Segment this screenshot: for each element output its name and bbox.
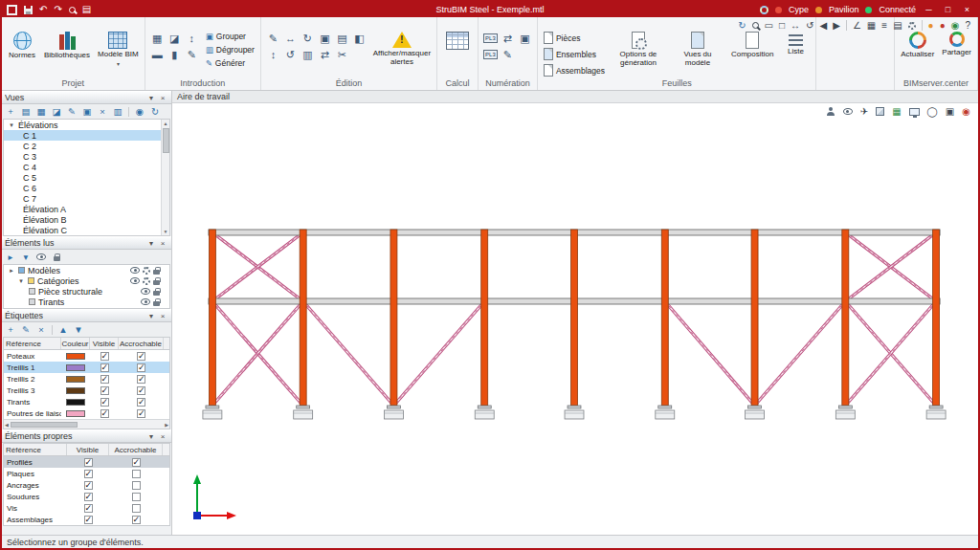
zoom-view-button[interactable] bbox=[133, 105, 146, 118]
table-row[interactable]: Ancrages bbox=[4, 479, 169, 491]
tree-item-view[interactable]: C 3 bbox=[4, 151, 169, 162]
rotate-button[interactable] bbox=[300, 31, 316, 46]
table-row[interactable]: Plaques bbox=[4, 468, 169, 479]
options-generation-button[interactable]: Options de génération bbox=[611, 31, 666, 69]
sheets-button[interactable] bbox=[334, 31, 350, 46]
ensembles-button[interactable]: Ensembles bbox=[542, 47, 607, 61]
insert-beam-button[interactable] bbox=[149, 47, 166, 62]
delete-view-button[interactable] bbox=[96, 105, 109, 118]
show-all-button[interactable] bbox=[34, 251, 48, 263]
grid-icon[interactable] bbox=[867, 21, 876, 31]
chevron-right-icon[interactable] bbox=[8, 267, 15, 275]
scroll-right-icon[interactable] bbox=[165, 422, 168, 428]
viewports-icon[interactable] bbox=[946, 106, 954, 117]
pieces-button[interactable]: Pièces bbox=[542, 31, 607, 45]
tree-item-piece-structurale[interactable]: Pièce structurale bbox=[4, 286, 169, 297]
scroll-down-icon[interactable] bbox=[162, 228, 169, 235]
tab-aire-de-travail[interactable]: Aire de travail bbox=[177, 92, 230, 101]
new-section-view-button[interactable] bbox=[50, 105, 63, 118]
print-icon[interactable] bbox=[82, 5, 91, 14]
tree-item-elevations[interactable]: Élévations bbox=[4, 120, 169, 130]
collapse-panel-icon[interactable] bbox=[145, 239, 157, 248]
gear-icon[interactable] bbox=[143, 277, 150, 285]
visibility-icon[interactable] bbox=[843, 108, 853, 115]
next-view-icon[interactable] bbox=[833, 21, 840, 31]
tree-item-view[interactable]: C 4 bbox=[4, 162, 169, 172]
collapse-all-button[interactable] bbox=[19, 251, 33, 263]
move-down-button[interactable] bbox=[72, 323, 85, 336]
visible-checkbox[interactable] bbox=[100, 363, 109, 372]
tree-item-view[interactable]: C 6 bbox=[4, 183, 169, 193]
table-row[interactable]: Treillis 1 bbox=[4, 362, 169, 373]
copy-button[interactable] bbox=[317, 31, 333, 46]
sketch-button[interactable] bbox=[184, 47, 200, 62]
tree-item-tirants[interactable]: Tirants bbox=[4, 297, 169, 307]
mirror-button[interactable] bbox=[317, 47, 333, 62]
zoom-extents-icon[interactable] bbox=[779, 21, 785, 31]
insert-grid-button[interactable] bbox=[149, 31, 166, 46]
edit-label-button[interactable] bbox=[19, 323, 33, 336]
visible-checkbox[interactable] bbox=[100, 409, 109, 418]
array-button[interactable] bbox=[300, 47, 316, 62]
insert-axes-button[interactable] bbox=[184, 31, 200, 46]
search-icon[interactable] bbox=[69, 7, 76, 13]
user-label[interactable]: Pavilion bbox=[829, 5, 859, 14]
previous-view-icon[interactable] bbox=[819, 21, 827, 31]
table-row[interactable]: Poteaux bbox=[4, 350, 169, 362]
color-cell[interactable] bbox=[61, 364, 90, 371]
color-cell[interactable] bbox=[61, 387, 90, 394]
collapse-panel-icon[interactable] bbox=[145, 432, 157, 441]
drawing-canvas[interactable] bbox=[172, 103, 978, 535]
color-swatch[interactable] bbox=[66, 353, 85, 360]
tree-item-view[interactable]: C 2 bbox=[4, 141, 169, 151]
accrochable-checkbox[interactable] bbox=[132, 493, 141, 501]
zoom-search-icon[interactable] bbox=[752, 22, 759, 29]
new-3d-view-button[interactable] bbox=[34, 105, 48, 118]
color-cell[interactable] bbox=[61, 410, 90, 417]
tag-button[interactable] bbox=[351, 31, 368, 46]
visibility-icon[interactable] bbox=[130, 267, 140, 274]
table-row[interactable]: Vis bbox=[4, 502, 169, 514]
tree-item-modeles[interactable]: Modèles bbox=[4, 265, 169, 275]
rotate-left-button[interactable] bbox=[282, 47, 299, 62]
accrochable-checkbox[interactable] bbox=[137, 409, 145, 418]
structure-drawing[interactable] bbox=[172, 103, 978, 535]
tree-item-categories[interactable]: Catégories bbox=[4, 275, 169, 286]
color-cell[interactable] bbox=[61, 399, 90, 406]
redo-icon[interactable] bbox=[54, 5, 61, 14]
tree-item-view[interactable]: C 5 bbox=[4, 172, 169, 183]
close-button[interactable] bbox=[961, 5, 973, 14]
duplicate-view-button[interactable] bbox=[80, 105, 94, 118]
close-panel-icon[interactable] bbox=[157, 94, 168, 102]
accrochable-checkbox[interactable] bbox=[137, 352, 145, 361]
table-row[interactable]: Soudures bbox=[4, 491, 169, 502]
tree-item-view[interactable]: Élévation A bbox=[4, 204, 169, 214]
color-swatch[interactable] bbox=[66, 399, 85, 406]
new-view-button[interactable] bbox=[4, 105, 17, 118]
table-row[interactable]: Treillis 3 bbox=[4, 385, 169, 396]
table-row[interactable]: Profilés bbox=[4, 456, 169, 468]
visible-checkbox[interactable] bbox=[100, 398, 109, 407]
accrochable-checkbox[interactable] bbox=[137, 375, 145, 384]
etiquettes-hscrollbar[interactable] bbox=[4, 419, 169, 429]
visible-checkbox[interactable] bbox=[100, 386, 109, 395]
color-cell[interactable] bbox=[61, 353, 90, 360]
color-swatch[interactable] bbox=[66, 364, 85, 371]
scroll-left-icon[interactable] bbox=[5, 422, 9, 428]
accrochable-checkbox[interactable] bbox=[132, 516, 141, 524]
bibliotheques-button[interactable]: Bibliothèques bbox=[42, 31, 92, 61]
number-pieces-button[interactable]: PL3 bbox=[482, 31, 499, 46]
settings-icon[interactable] bbox=[908, 22, 916, 30]
visible-checkbox[interactable] bbox=[100, 352, 109, 361]
close-panel-icon[interactable] bbox=[157, 432, 168, 441]
layers-icon[interactable] bbox=[881, 21, 887, 31]
lock-icon[interactable] bbox=[153, 270, 160, 275]
capture-icon[interactable] bbox=[951, 21, 960, 31]
scrollbar-thumb[interactable] bbox=[11, 422, 78, 428]
chevron-down-icon[interactable] bbox=[17, 277, 25, 285]
generer-button[interactable]: Générer bbox=[204, 57, 256, 69]
visible-checkbox[interactable] bbox=[84, 470, 93, 478]
minimize-button[interactable] bbox=[923, 5, 935, 14]
zoom-window-icon[interactable] bbox=[765, 21, 773, 31]
accrochable-checkbox[interactable] bbox=[137, 398, 145, 407]
